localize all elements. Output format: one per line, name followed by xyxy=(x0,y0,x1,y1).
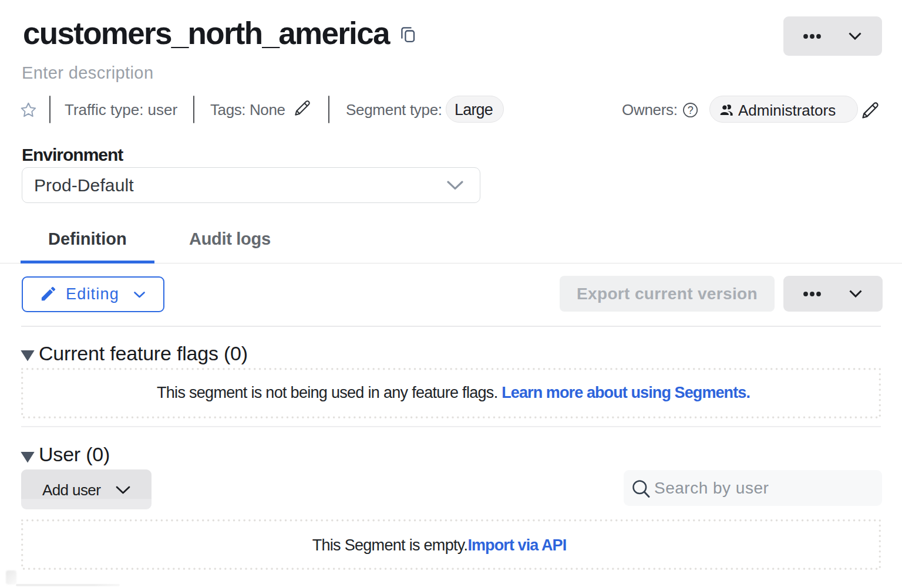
svg-text:?: ? xyxy=(688,104,694,116)
